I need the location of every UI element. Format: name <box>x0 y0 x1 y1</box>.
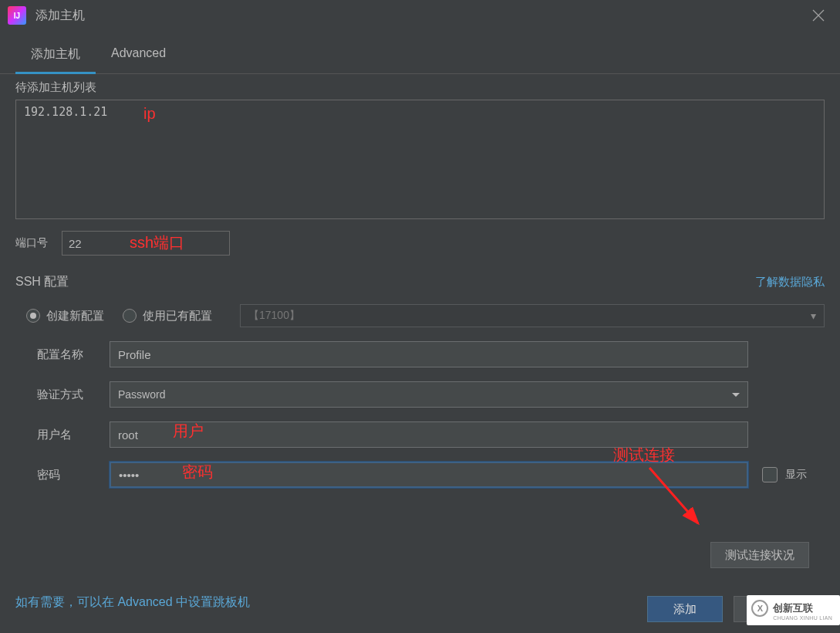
show-password-checkbox[interactable] <box>762 467 778 482</box>
test-connection-button[interactable]: 测试连接状况 <box>710 542 809 568</box>
privacy-link[interactable]: 了解数据隐私 <box>755 275 825 289</box>
profile-name-label: 配置名称 <box>37 347 110 362</box>
watermark-brand: 创新互联 <box>773 601 832 615</box>
profile-name-input[interactable] <box>110 341 748 367</box>
tabs: 添加主机 Advanced <box>0 39 840 74</box>
app-icon: IJ <box>8 6 26 25</box>
close-icon <box>811 8 826 23</box>
watermark: X 创新互联 CHUANG XINHU LIAN <box>747 595 840 625</box>
chevron-down-icon <box>732 393 740 397</box>
show-password-label: 显示 <box>785 468 807 482</box>
ssh-section-title: SSH 配置 <box>15 274 69 290</box>
host-list-input[interactable] <box>15 100 825 219</box>
auth-dropdown[interactable]: Password <box>110 381 748 408</box>
auth-label: 验证方式 <box>37 388 110 402</box>
radio-existing-label: 使用已有配置 <box>143 309 212 323</box>
password-label: 密码 <box>37 468 110 482</box>
tab-advanced[interactable]: Advanced <box>96 39 181 73</box>
password-input[interactable] <box>110 462 748 488</box>
radio-existing-config[interactable] <box>123 309 137 323</box>
radio-new-config[interactable] <box>26 309 40 323</box>
port-label: 端口号 <box>15 236 48 250</box>
watermark-domain: CHUANG XINHU LIAN <box>773 615 832 621</box>
radio-new-label: 创建新配置 <box>46 309 104 323</box>
titlebar: IJ 添加主机 <box>0 0 840 31</box>
watermark-icon: X <box>751 600 768 617</box>
add-button[interactable]: 添加 <box>647 596 723 622</box>
auth-value: Password <box>118 388 165 401</box>
tab-add-host[interactable]: 添加主机 <box>15 39 96 74</box>
existing-config-value: 【17100】 <box>248 309 300 323</box>
host-list-label: 待添加主机列表 <box>15 80 825 95</box>
existing-config-dropdown: 【17100】 ▾ <box>240 304 825 327</box>
chevron-down-icon: ▾ <box>811 310 816 322</box>
window-title: 添加主机 <box>35 8 85 24</box>
close-button[interactable] <box>811 8 826 23</box>
port-input[interactable] <box>62 231 230 256</box>
username-label: 用户名 <box>37 428 110 442</box>
username-input[interactable] <box>110 421 748 448</box>
